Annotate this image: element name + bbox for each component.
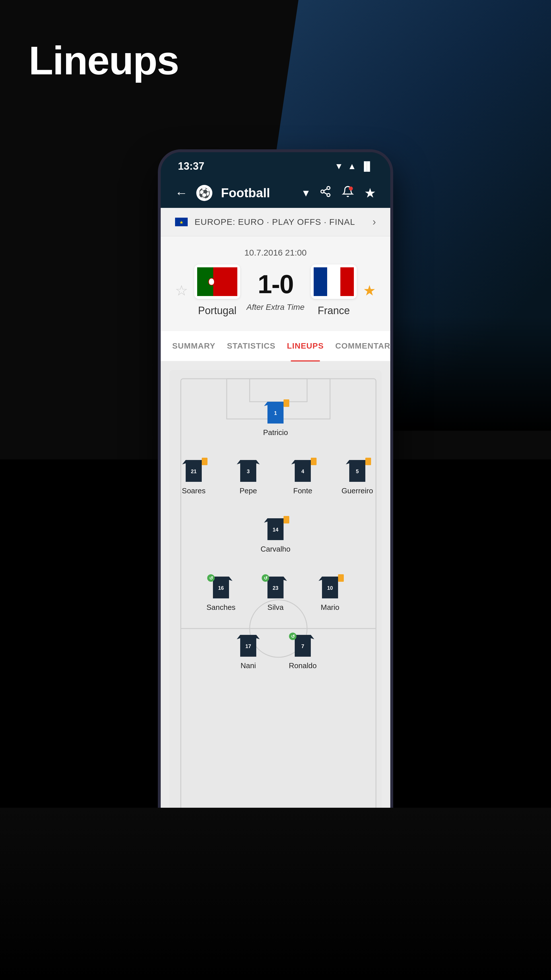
tabs-bar: SUMMARY STATISTICS LINEUPS COMMENTARY [161, 331, 390, 361]
svg-point-0 [327, 187, 330, 190]
away-team-name: France [318, 305, 350, 317]
player-number-ronaldo: 7 [301, 643, 304, 649]
player-number-carvalho: 14 [273, 527, 278, 533]
player-name-nani: Nani [240, 661, 256, 670]
tab-statistics[interactable]: STATISTICS [221, 331, 281, 361]
breadcrumb[interactable]: ★ EUROPE: EURO · PLAY OFFS · FINAL › [161, 208, 390, 236]
player-name-fonte: Fonte [293, 487, 313, 495]
player-number-sanches: 16 [218, 585, 224, 591]
eu-flag-icon: ★ [175, 218, 188, 226]
home-team-section: Portugal [194, 264, 240, 317]
score-section: 1-0 After Extra Time [246, 270, 305, 312]
player-pepe: 3 Pepe [230, 460, 267, 495]
sub-badge-silva: ↺ [262, 574, 269, 582]
extra-time-label: After Extra Time [246, 303, 305, 312]
match-row: ☆ Portugal 1-0 After Extra Time [175, 264, 376, 317]
player-soares: 21 Soares [175, 460, 212, 495]
player-number-pepe: 3 [247, 469, 250, 475]
player-patricio: 1 Patricio [257, 402, 294, 437]
player-number-soares: 21 [191, 469, 197, 475]
phone-mockup: 13:37 ▼ ▲ ▐▌ ← ⚽ Football ▼ [158, 149, 393, 899]
match-score: 1-0 [258, 270, 293, 299]
player-row-def: 21 Soares 3 Pepe [175, 460, 376, 495]
player-name-carvalho: Carvalho [260, 545, 291, 554]
breadcrumb-text: EUROPE: EURO · PLAY OFFS · FINAL [195, 217, 355, 227]
svg-point-5 [349, 187, 353, 191]
player-row-gk: 1 Patricio [175, 402, 376, 437]
match-card: 10.7.2016 21:00 ☆ Portugal 1-0 Af [161, 236, 390, 331]
player-shirt-ronaldo: 7 ↺ [291, 635, 314, 658]
away-team-section: France [311, 264, 357, 317]
player-sanches: 16 ↺ Sanches [202, 577, 240, 612]
portugal-flag [197, 267, 237, 296]
player-shirt-patricio: 1 [264, 402, 287, 425]
yellow-card-guerreiro [365, 458, 371, 465]
player-shirt-nani: 17 [237, 635, 260, 658]
share-icon[interactable] [319, 186, 332, 200]
nav-title: Football [221, 186, 298, 200]
yellow-card-mario [338, 574, 344, 582]
tab-lineups[interactable]: LINEUPS [281, 331, 329, 361]
player-name-pepe: Pepe [240, 487, 257, 495]
yellow-card-soares [202, 458, 208, 465]
player-shirt-guerreiro: 5 [346, 460, 369, 483]
tab-commentary[interactable]: COMMENTARY [329, 331, 393, 361]
svg-point-1 [321, 190, 324, 193]
player-carvalho: 14 Carvalho [257, 518, 294, 554]
match-date: 10.7.2016 21:00 [175, 248, 376, 258]
player-name-soares: Soares [182, 487, 205, 495]
player-ronaldo: 7 ↺ Ronaldo [284, 635, 321, 670]
player-shirt-silva: 23 ↺ [264, 577, 287, 600]
svg-line-3 [324, 192, 327, 194]
away-favorite-star[interactable]: ★ [363, 282, 376, 299]
breadcrumb-left: ★ EUROPE: EURO · PLAY OFFS · FINAL [175, 217, 355, 227]
yellow-card-patricio [284, 399, 289, 407]
player-shirt-fonte: 4 [291, 460, 314, 483]
player-row-mid2: 16 ↺ Sanches 23 ↺ Silva [175, 577, 376, 612]
player-guerreiro: 5 Guerreiro [339, 460, 376, 495]
player-nani: 17 Nani [230, 635, 267, 670]
player-shirt-carvalho: 14 [264, 518, 287, 541]
status-time: 13:37 [178, 160, 204, 172]
player-row-mid1: 14 Carvalho [175, 518, 376, 554]
player-name-guerreiro: Guerreiro [341, 487, 373, 495]
player-silva: 23 ↺ Silva [257, 577, 294, 612]
player-number-nani: 17 [245, 643, 251, 649]
player-name-patricio: Patricio [263, 428, 288, 437]
player-number-mario: 10 [327, 585, 333, 591]
player-mario: 10 Mario [311, 577, 349, 612]
svg-text:★: ★ [179, 220, 183, 225]
svg-line-4 [324, 189, 327, 191]
player-number-silva: 23 [273, 585, 278, 591]
bell-icon[interactable] [342, 186, 354, 200]
tab-summary[interactable]: SUMMARY [167, 331, 221, 361]
signal-icon: ▲ [348, 161, 356, 171]
yellow-card-carvalho [284, 516, 289, 523]
status-icons: ▼ ▲ ▐▌ [335, 161, 373, 171]
player-shirt-sanches: 16 ↺ [210, 577, 232, 600]
sub-badge-ronaldo: ↺ [289, 633, 297, 640]
yellow-card-fonte [311, 458, 316, 465]
back-button[interactable]: ← [175, 186, 188, 200]
player-shirt-mario: 10 [319, 577, 341, 600]
home-favorite-star[interactable]: ☆ [175, 282, 188, 299]
player-shirt-soares: 21 [182, 460, 205, 483]
favorite-icon[interactable]: ★ [364, 185, 376, 201]
player-number-fonte: 4 [301, 469, 304, 475]
player-number-guerreiro: 5 [356, 469, 359, 475]
status-bar: 13:37 ▼ ▲ ▐▌ [161, 152, 390, 178]
player-name-mario: Mario [321, 603, 339, 612]
player-shirt-pepe: 3 [237, 460, 260, 483]
phone-frame: 13:37 ▼ ▲ ▐▌ ← ⚽ Football ▼ [158, 149, 393, 899]
breadcrumb-chevron: › [373, 216, 376, 228]
players-grid: 1 Patricio 21 [175, 379, 376, 693]
nav-bar: ← ⚽ Football ▼ ★ [161, 178, 390, 208]
player-fonte: 4 Fonte [284, 460, 321, 495]
away-team-flag [311, 264, 357, 299]
player-name-sanches: Sanches [206, 603, 235, 612]
battery-icon: ▐▌ [361, 161, 373, 171]
football-icon: ⚽ [196, 185, 212, 201]
svg-point-2 [327, 194, 330, 197]
dropdown-icon[interactable]: ▼ [301, 188, 311, 199]
sub-badge-sanches: ↺ [207, 574, 215, 582]
